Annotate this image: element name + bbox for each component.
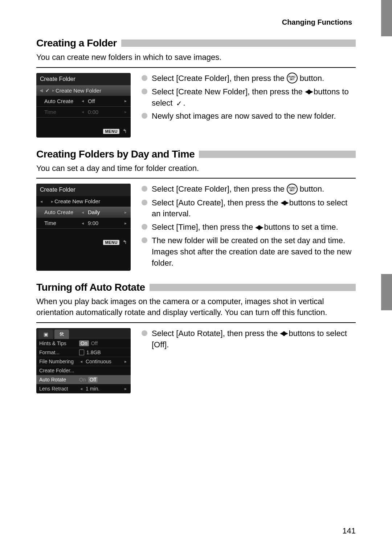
func-set-icon: FUNCSET bbox=[287, 184, 298, 195]
sc1-create-new: Create New Folder bbox=[56, 87, 101, 94]
right-arrow-icon: ▸ bbox=[123, 109, 128, 114]
menu-badge: MENU bbox=[103, 240, 119, 245]
right-arrow-icon: ▸ bbox=[123, 210, 128, 215]
left-arrow-icon: ◂ bbox=[81, 109, 85, 114]
sc2-autocreate-value: Daily bbox=[85, 209, 103, 215]
sc3-autorotate-val: On Off bbox=[79, 377, 128, 383]
heading-bar bbox=[199, 151, 356, 158]
section3-intro: When you play back images on the camera … bbox=[36, 296, 356, 318]
sc1-time-value: 0:00 bbox=[85, 109, 101, 115]
left-arrow-icon: ◂ bbox=[79, 359, 83, 364]
sc3-lensretract-val: ◂ 1 min. bbox=[79, 386, 123, 392]
section2-step3: Select [Time], then press the ◀▶ buttons… bbox=[142, 222, 356, 233]
sc1-footer: MENU ↰ bbox=[36, 125, 131, 138]
sc2-title: Create Folder bbox=[36, 184, 131, 196]
sc3-format-val: 1.8GB bbox=[79, 349, 128, 355]
section2-step4: The new folder will be created on the se… bbox=[142, 235, 356, 269]
back-icon: ↰ bbox=[123, 239, 127, 245]
func-set-icon: FUNCSET bbox=[287, 73, 298, 83]
camera-tab-icon: ▣ bbox=[38, 330, 53, 339]
sc3-format-label: Format... bbox=[39, 349, 79, 355]
right-arrow-icon: ▸ bbox=[51, 88, 56, 93]
sc1-create-new-row: ◀ ✓ ▸ Create New Folder bbox=[36, 85, 131, 96]
heading-bar bbox=[121, 40, 356, 47]
check-icon: ✓ bbox=[175, 98, 183, 109]
leftright-icon: ◀▶ bbox=[305, 87, 311, 96]
section1-heading: Creating a Folder bbox=[36, 37, 356, 49]
section1-step3: Newly shot images are now saved to the n… bbox=[142, 111, 356, 122]
section1-step2: Select [Create New Folder], then press t… bbox=[142, 86, 356, 109]
back-icon: ↰ bbox=[123, 128, 127, 134]
sc3-format-row: Format... 1.8GB bbox=[36, 348, 131, 357]
section3-title: Turning off Auto Rotate bbox=[36, 282, 145, 293]
section2-instructions: Select [Create Folder], then press the F… bbox=[142, 184, 356, 271]
left-arrow-icon: ◀ bbox=[38, 88, 44, 93]
menu-badge: MENU bbox=[103, 129, 119, 134]
section2-step1: Select [Create Folder], then press the F… bbox=[142, 184, 356, 195]
side-tab-top bbox=[381, 0, 392, 36]
sc3-tabs: ▣ 🛠 bbox=[36, 328, 131, 339]
sc3-lensretract-row: Lens Retract ◂ 1 min. ▸ bbox=[36, 384, 131, 393]
left-arrow-icon: ◂ bbox=[79, 386, 83, 391]
sc2-footer: MENU ↰ bbox=[36, 236, 131, 249]
sc2-time-label: Time bbox=[39, 220, 81, 226]
section3-step1: Select [Auto Rotate], then press the ◀▶ … bbox=[142, 328, 356, 351]
section3-instructions: Select [Auto Rotate], then press the ◀▶ … bbox=[142, 328, 356, 393]
sc3-createfolder-label: Create Folder... bbox=[39, 368, 128, 373]
right-arrow-icon: ▸ bbox=[123, 386, 128, 391]
sc3-lensretract-label: Lens Retract bbox=[39, 386, 79, 392]
section1-intro: You can create new folders in which to s… bbox=[36, 52, 356, 63]
check-icon: ✓ bbox=[44, 87, 51, 93]
section1-instructions: Select [Create Folder], then press the F… bbox=[142, 73, 356, 138]
sc3-hints-val: On Off bbox=[79, 340, 128, 346]
sc3-autorotate-label: Auto Rotate bbox=[39, 377, 79, 383]
screenshot-create-folder-1: Create Folder ◀ ✓ ▸ Create New Folder Au… bbox=[36, 73, 131, 138]
screenshot-settings-menu: ▣ 🛠 Hints & Tips On Off Format... 1.8GB … bbox=[36, 328, 131, 393]
section3-heading: Turning off Auto Rotate bbox=[36, 282, 356, 293]
sc2-autocreate-row: Auto Create ◂ Daily ▸ bbox=[36, 207, 131, 218]
sc3-hints-label: Hints & Tips bbox=[39, 340, 79, 346]
right-arrow-icon: ▸ bbox=[123, 98, 128, 103]
side-tab-bottom bbox=[381, 274, 392, 310]
sc1-autocreate-row: Auto Create ◂ Off ▸ bbox=[36, 96, 131, 107]
sc1-autocreate-label: Auto Create bbox=[39, 98, 81, 104]
sc1-autocreate-value: Off bbox=[85, 98, 98, 104]
sd-card-icon bbox=[79, 349, 84, 355]
sc2-create-new-row: ◂ ▸ Create New Folder bbox=[36, 196, 131, 207]
sc1-time-label: Time bbox=[39, 109, 81, 115]
leftright-icon: ◀▶ bbox=[280, 329, 286, 338]
page-number: 141 bbox=[342, 526, 356, 536]
section1-title: Creating a Folder bbox=[36, 37, 117, 49]
divider bbox=[36, 67, 356, 68]
sc3-autorotate-row: Auto Rotate On Off bbox=[36, 375, 131, 384]
left-arrow-icon: ◂ bbox=[81, 98, 85, 103]
tools-tab-icon: 🛠 bbox=[54, 330, 69, 339]
heading-bar bbox=[150, 284, 356, 291]
right-arrow-icon: ▸ bbox=[50, 199, 54, 204]
section2-title: Creating Folders by Day and Time bbox=[36, 148, 195, 160]
page-header: Changing Functions bbox=[36, 18, 356, 26]
leftright-icon: ◀▶ bbox=[281, 198, 287, 207]
section1-step1: Select [Create Folder], then press the F… bbox=[142, 73, 356, 84]
section2-heading: Creating Folders by Day and Time bbox=[36, 148, 356, 160]
sc1-time-row: Time ◂ 0:00 ▸ bbox=[36, 107, 131, 118]
sc2-time-row: Time ◂ 9:00 ▸ bbox=[36, 218, 131, 229]
sc3-hints-row: Hints & Tips On Off bbox=[36, 339, 131, 348]
sc1-title: Create Folder bbox=[36, 73, 131, 85]
sc2-autocreate-label: Auto Create bbox=[39, 209, 81, 215]
section2-intro: You can set a day and time for folder cr… bbox=[36, 163, 356, 174]
right-arrow-icon: ▸ bbox=[123, 359, 128, 364]
screenshot-create-folder-2: Create Folder ◂ ▸ Create New Folder Auto… bbox=[36, 184, 131, 271]
left-arrow-icon: ◂ bbox=[81, 221, 85, 226]
left-arrow-icon: ◂ bbox=[39, 199, 44, 204]
left-arrow-icon: ◂ bbox=[81, 210, 85, 215]
sc3-filenum-row: File Numbering ◂ Continuous ▸ bbox=[36, 357, 131, 366]
divider bbox=[36, 322, 356, 323]
sc3-filenum-label: File Numbering bbox=[39, 359, 79, 364]
right-arrow-icon: ▸ bbox=[123, 221, 128, 226]
sc2-create-new: Create New Folder bbox=[54, 198, 100, 204]
section2-step2: Select [Auto Create], then press the ◀▶ … bbox=[142, 197, 356, 220]
divider bbox=[36, 178, 356, 179]
sc3-createfolder-row: Create Folder... bbox=[36, 366, 131, 375]
leftright-icon: ◀▶ bbox=[255, 223, 262, 232]
